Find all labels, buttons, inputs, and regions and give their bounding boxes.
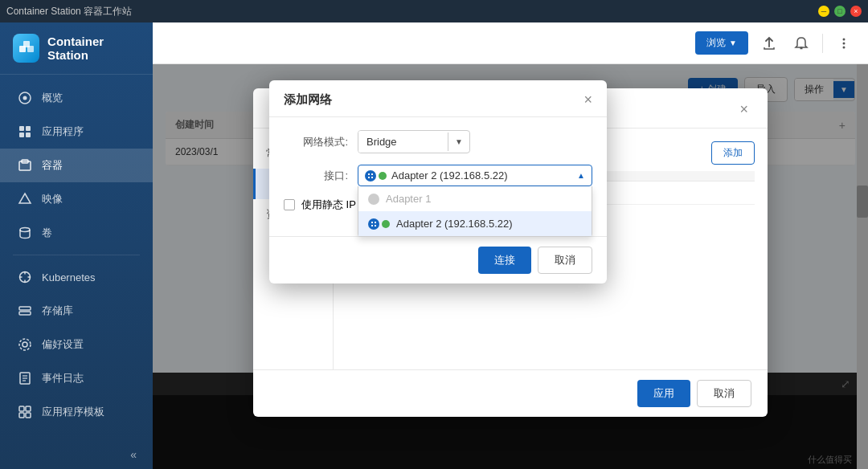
apply-button[interactable]: 应用: [637, 380, 690, 407]
adapter1-label: Adapter 1: [386, 193, 431, 205]
sidebar-label-eventlog: 事件日志: [42, 371, 84, 385]
adapter2-icons: [368, 218, 390, 230]
sidebar-title: Container Station: [47, 35, 140, 62]
more-icon[interactable]: [833, 32, 855, 55]
overview-icon: [16, 89, 34, 107]
sidebar-label-overview: 概览: [42, 91, 63, 105]
edit-container-modal: 编辑容器 × 常规 网络 资源 添加: [253, 88, 768, 417]
network-status-green-icon: [379, 172, 387, 180]
storage-icon: [16, 302, 34, 320]
volumes-icon: [16, 224, 34, 242]
sidebar-footer: «: [0, 440, 153, 469]
nav-divider-1: [13, 255, 140, 255]
add-network-cancel-button[interactable]: 取消: [538, 247, 592, 274]
edit-modal-body: 常规 网络 资源 添加: [253, 128, 768, 369]
add-network-dialog-footer: 连接 取消: [269, 236, 607, 283]
svg-point-21: [19, 339, 31, 350]
add-network-dialog-header: 添加网络 ×: [269, 80, 607, 117]
svg-rect-35: [368, 173, 370, 175]
svg-rect-37: [368, 177, 370, 178]
add-network-dialog-title: 添加网络: [284, 92, 332, 108]
sidebar-item-preferences[interactable]: 偏好设置: [0, 328, 153, 361]
dropdown-item-adapter1[interactable]: Adapter 1: [358, 186, 592, 211]
sidebar-item-apps[interactable]: 应用程序: [0, 115, 153, 149]
network-mode-label: 网络模式:: [284, 135, 348, 149]
modal-overlay: 编辑容器 × 常规 网络 资源 添加: [153, 64, 868, 469]
svg-marker-11: [19, 194, 31, 203]
svg-rect-42: [375, 225, 376, 226]
add-network-button[interactable]: 添加: [711, 141, 755, 165]
interface-selected-display[interactable]: Adapter 2 (192.168.5.22) ▲: [358, 165, 592, 186]
upload-icon[interactable]: [758, 32, 780, 55]
dropdown-item-adapter2[interactable]: Adapter 2 (192.168.5.22): [358, 211, 592, 236]
apptemplates-icon: [16, 403, 34, 421]
interface-dropdown-list: Adapter 1: [358, 186, 592, 237]
svg-rect-8: [26, 133, 31, 137]
collapse-sidebar-button[interactable]: «: [130, 448, 137, 461]
adapter1-icon: [368, 194, 379, 205]
sidebar-item-storage[interactable]: 存储库: [0, 294, 153, 328]
svg-rect-27: [26, 406, 31, 411]
svg-rect-7: [19, 133, 24, 137]
sidebar-label-volumes: 卷: [42, 226, 52, 240]
svg-rect-19: [19, 312, 31, 315]
preferences-icon: [16, 336, 34, 353]
svg-rect-6: [26, 126, 31, 131]
edit-modal-close-button[interactable]: ×: [736, 101, 751, 118]
images-icon: [16, 190, 34, 208]
svg-point-20: [23, 342, 27, 347]
app-logo: [13, 34, 39, 63]
bell-icon[interactable]: [790, 32, 813, 55]
sidebar-label-kubernetes: Kubernetes: [42, 271, 96, 283]
sidebar-item-eventlog[interactable]: 事件日志: [0, 361, 153, 395]
edit-cancel-button[interactable]: 取消: [697, 380, 751, 407]
window-controls: ─ □ ×: [818, 6, 862, 17]
svg-rect-28: [19, 413, 24, 418]
sidebar-label-preferences: 偏好设置: [42, 337, 84, 352]
adapter2-network-icon: [368, 218, 379, 230]
sidebar-item-kubernetes[interactable]: Kubernetes: [0, 260, 153, 294]
topbar: 浏览 ▼: [153, 22, 868, 64]
content-area: + 创建 导入 操作 ▼ 创建时间 操作 +: [153, 64, 868, 469]
browse-button[interactable]: 浏览 ▼: [695, 31, 748, 55]
add-network-dialog-close-button[interactable]: ×: [583, 92, 592, 108]
svg-rect-36: [371, 173, 373, 175]
sidebar-item-apptemplates[interactable]: 应用程序模板: [0, 395, 153, 429]
svg-point-12: [20, 228, 30, 232]
apps-icon: [16, 123, 34, 141]
containers-icon: [16, 157, 34, 174]
sidebar-item-images[interactable]: 映像: [0, 182, 153, 216]
titlebar-title: Container Station 容器工作站: [6, 5, 132, 18]
svg-point-33: [843, 42, 845, 44]
main-content: 浏览 ▼ + 创建 导入: [153, 22, 868, 469]
network-mode-row: 网络模式: Bridge ▼: [284, 130, 592, 153]
svg-point-4: [23, 96, 27, 100]
sidebar-item-overview[interactable]: 概览: [0, 81, 153, 115]
sidebar-label-apptemplates: 应用程序模板: [42, 405, 104, 419]
svg-point-34: [843, 46, 845, 48]
sidebar-item-containers[interactable]: 容器: [0, 149, 153, 182]
connect-button[interactable]: 连接: [478, 247, 531, 274]
interface-dropdown-arrow-icon: ▲: [577, 171, 585, 180]
svg-rect-5: [19, 126, 24, 131]
minimize-button[interactable]: ─: [818, 6, 829, 17]
interface-selected-text: Adapter 2 (192.168.5.22): [391, 169, 572, 181]
close-button[interactable]: ×: [850, 6, 862, 17]
svg-rect-41: [371, 225, 373, 226]
svg-rect-39: [371, 222, 373, 223]
svg-rect-29: [26, 413, 31, 418]
bridge-mode-select[interactable]: Bridge ▼: [358, 130, 470, 153]
sidebar-item-volumes[interactable]: 卷: [0, 216, 153, 250]
sidebar-nav: 概览 应用程序 容器 映像: [0, 75, 153, 440]
network-adapter-icon: [365, 170, 376, 181]
edit-modal-footer: 应用 取消: [253, 369, 768, 417]
static-ip-checkbox[interactable]: [284, 199, 295, 210]
bridge-mode-value: Bridge: [358, 131, 448, 153]
static-ip-label: 使用静态 IP: [301, 198, 356, 212]
adapter2-status-icon: [382, 220, 390, 228]
sidebar: Container Station 概览 应用程序 容器: [0, 22, 153, 469]
interface-icons: [365, 170, 387, 181]
interface-row: 接口:: [284, 165, 592, 186]
maximize-button[interactable]: □: [834, 6, 845, 17]
topbar-divider: [822, 34, 823, 53]
